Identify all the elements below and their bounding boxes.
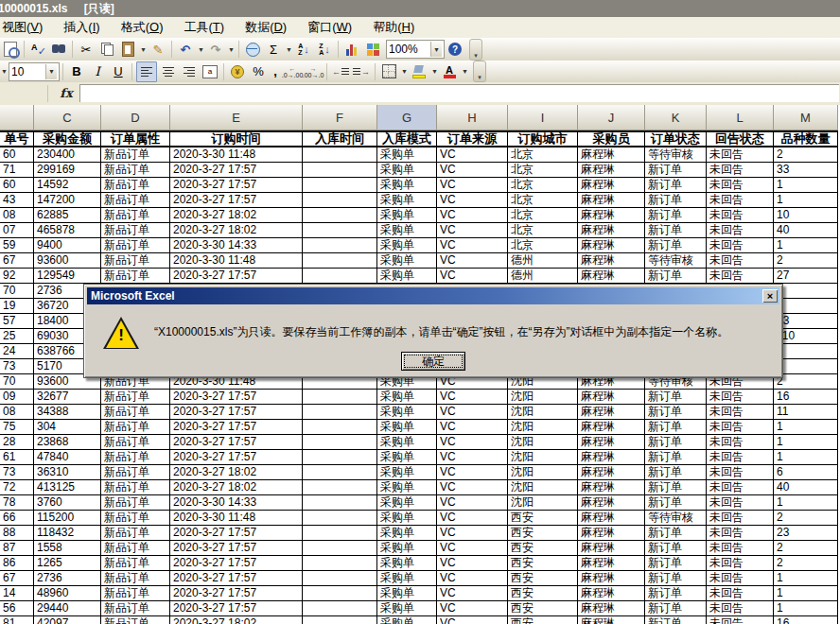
cell[interactable]: 1 [774,359,838,374]
cell[interactable]: 沈阳 [508,465,578,480]
cell[interactable]: 2020-3-27 17:57 [170,420,303,435]
cell[interactable]: 67 [0,253,34,269]
cell[interactable]: 采购单 [377,420,437,435]
cell[interactable]: 新订单 [645,163,707,178]
format-painter-icon[interactable]: ✎ [149,40,167,59]
cell[interactable]: 新订单 [645,223,707,238]
merge-center-button[interactable]: a [201,62,219,81]
cell[interactable]: 1 [774,450,838,465]
cell[interactable]: 1 [774,178,838,193]
cell[interactable]: 32677 [34,390,101,405]
field-header[interactable]: 采购金额 [34,130,101,147]
cell[interactable]: 新订单 [645,420,707,435]
cell[interactable] [303,495,377,511]
toolbar-options-grip[interactable]: ▾ [473,61,486,82]
cell[interactable]: 1 [774,601,838,616]
cell[interactable]: 88 [0,526,34,541]
cell[interactable]: 未回告 [707,238,774,253]
cell[interactable]: 2020-3-27 17:57 [170,435,303,450]
cell[interactable]: 10 [774,208,838,223]
cell[interactable]: 129549 [34,269,101,284]
cell[interactable]: 23868 [34,435,101,450]
cell[interactable]: 采购单 [377,495,437,511]
cell[interactable]: VC [437,616,508,624]
cell[interactable]: 麻程琳 [578,253,645,269]
cell[interactable]: 北京 [508,147,578,163]
cell[interactable]: 西安 [508,616,578,624]
cell[interactable]: 麻程琳 [578,208,645,223]
cell[interactable]: 新品订单 [101,586,170,601]
menu-item-D[interactable]: 数据(D) [235,17,297,38]
cell[interactable]: 麻程琳 [578,495,645,511]
cell[interactable]: 西安 [508,511,578,526]
cell[interactable]: 新品订单 [101,511,170,526]
cell[interactable]: 新订单 [645,193,707,208]
cell[interactable] [303,435,377,450]
cell[interactable]: 采购单 [377,556,437,571]
cell[interactable]: 73 [0,465,34,480]
cell[interactable]: 采购单 [377,435,437,450]
cell[interactable]: 2 [774,374,838,390]
cell[interactable]: 09 [0,390,34,405]
paste-dropdown-icon[interactable]: ▼ [139,46,148,53]
cell[interactable]: 新订单 [645,178,707,193]
cell[interactable]: 西安 [508,571,578,586]
cell[interactable]: 北京 [508,208,578,223]
cut-icon[interactable]: ✂ [77,40,96,59]
field-header[interactable]: 回告状态 [707,130,774,147]
cell[interactable]: 23 [774,526,838,541]
cell[interactable]: 沈阳 [508,495,578,511]
cell[interactable]: 沈阳 [508,435,578,450]
cell[interactable] [303,571,377,586]
cell[interactable]: 40 [774,480,838,495]
cell[interactable]: 麻程琳 [578,269,645,284]
cell[interactable]: VC [437,495,508,511]
cell[interactable]: 新订单 [645,269,707,284]
cell[interactable]: 新品订单 [101,480,170,495]
cell[interactable]: 81 [0,616,34,624]
cell[interactable]: 40 [774,223,838,238]
cell[interactable]: 71 [0,163,34,178]
cell[interactable]: 麻程琳 [578,420,645,435]
field-header[interactable]: 入库模式 [377,130,437,147]
cell[interactable]: 61 [0,450,34,465]
cell[interactable] [303,556,377,571]
cell[interactable]: 未回告 [707,390,774,405]
toolbar-options-grip[interactable]: ▾ [469,39,482,61]
cell[interactable] [303,586,377,601]
cell[interactable]: 麻程琳 [578,435,645,450]
menu-item-T[interactable]: 工具(T) [173,17,235,38]
cell[interactable]: 新品订单 [101,450,170,465]
field-header[interactable]: 入库时间 [303,130,377,147]
field-header[interactable]: 订购时间 [170,130,303,147]
cell[interactable]: VC [437,526,508,541]
cell[interactable]: 未回告 [707,616,774,624]
cell[interactable]: 麻程琳 [578,526,645,541]
cell[interactable]: 新订单 [645,435,707,450]
cell[interactable]: 新订单 [645,238,707,253]
cell[interactable]: 9400 [34,238,101,253]
cell[interactable]: VC [437,586,508,601]
cell[interactable]: 230400 [34,147,101,163]
cell[interactable]: 36310 [34,465,101,480]
column-header-partial[interactable] [0,105,34,130]
cell[interactable]: VC [437,571,508,586]
cell[interactable]: 1265 [34,556,101,571]
cell[interactable] [303,616,377,624]
menu-item-V[interactable]: 视图(V) [0,17,53,38]
cell[interactable]: 新品订单 [101,238,170,253]
cell[interactable]: 1 [774,193,838,208]
cell[interactable]: 麻程琳 [578,223,645,238]
cell[interactable]: 299169 [34,163,101,178]
cell[interactable]: 沈阳 [508,405,578,420]
cell[interactable]: 西安 [508,526,578,541]
cell[interactable]: 70 [0,284,34,299]
cell[interactable]: 66 [0,511,34,526]
font-color-dropdown-icon[interactable]: ▼ [461,68,469,75]
field-header[interactable]: 采购员 [578,130,645,147]
cell[interactable]: 6 [774,465,838,480]
redo-dropdown-icon[interactable]: ▼ [227,46,236,53]
cell[interactable]: 采购单 [377,601,437,616]
cell[interactable]: 麻程琳 [578,163,645,178]
cell[interactable]: 新品订单 [101,420,170,435]
